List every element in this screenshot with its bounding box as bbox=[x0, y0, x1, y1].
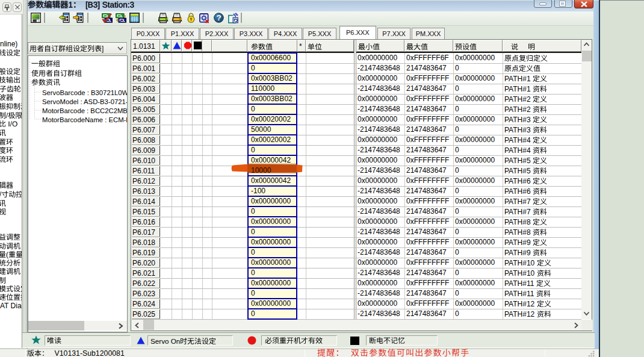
svg-text:?: ? bbox=[216, 13, 221, 22]
